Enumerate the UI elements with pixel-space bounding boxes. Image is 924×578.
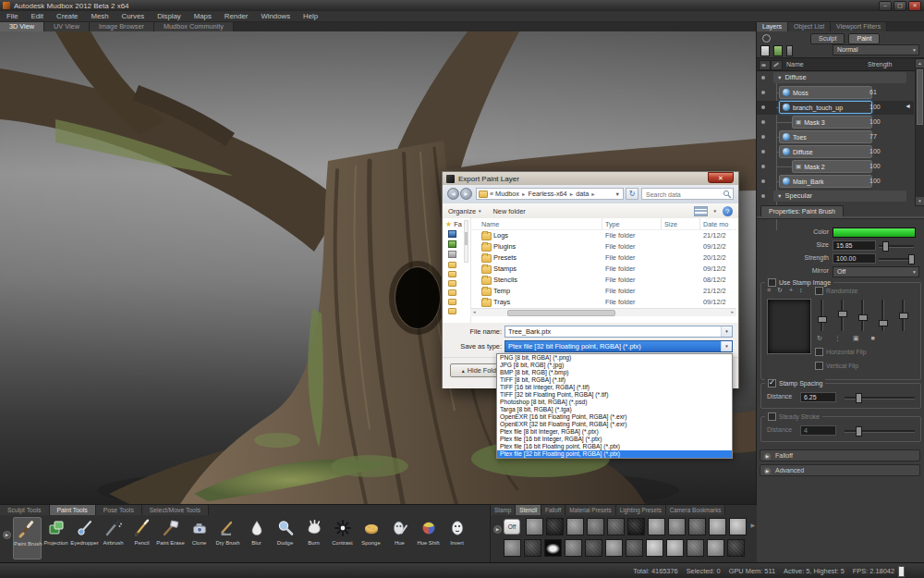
breadcrumb-crumb-data[interactable]: data (576, 190, 589, 198)
menu-windows[interactable]: Windows (254, 11, 297, 21)
stencil-thumb[interactable] (668, 518, 686, 535)
tool-sponge[interactable]: Sponge (357, 517, 385, 560)
steady-distance-input[interactable]: 4 (800, 425, 836, 436)
save-as-type-select[interactable]: Ptex file [32 bit Floating point, RGBA] … (505, 340, 733, 352)
layer-group[interactable]: ▼Diffuse (773, 72, 906, 83)
visibility-dot[interactable] (761, 135, 765, 139)
tool-paint-erase[interactable]: Paint Erase (156, 517, 185, 560)
tool-tab-sculpt-tools[interactable]: Sculpt Tools (0, 505, 50, 515)
sidebar-folder-icon[interactable] (448, 271, 456, 277)
tool-tab-pose-tools[interactable]: Pose Tools (96, 505, 142, 515)
sidebar-folder-icon[interactable] (448, 289, 456, 296)
type-option-4[interactable]: TIFF [16 bit Integer, RGBA] (*.tif) (497, 384, 732, 391)
size-slider[interactable] (879, 245, 914, 248)
libraries-icon[interactable] (448, 240, 456, 248)
tool-projection[interactable]: Projection (42, 517, 70, 560)
column-header-name[interactable]: Name (481, 220, 499, 228)
horizontal-scrollbar[interactable]: ◄ ► (470, 308, 736, 316)
stencil-thumb[interactable] (687, 539, 704, 557)
panel-tab-object-list[interactable]: Object List (788, 21, 831, 31)
dialog-close-button[interactable]: ✕ (708, 172, 734, 183)
stencil-thumb[interactable] (524, 539, 541, 557)
new-group-icon[interactable] (773, 45, 783, 56)
dots-icon[interactable]: ⋮ (834, 335, 841, 342)
visibility-dot[interactable] (761, 165, 765, 168)
paintable-column-icon[interactable] (771, 60, 783, 70)
randomize-checkbox[interactable] (815, 287, 823, 295)
layer-row[interactable]: Diffuse100 (757, 145, 914, 159)
column-header-size[interactable]: Size (664, 220, 677, 228)
layer-record-icon[interactable] (762, 34, 771, 43)
stencil-thumb[interactable] (646, 539, 663, 557)
minimize-button[interactable]: – (879, 1, 892, 11)
sidebar-folder-icon[interactable] (448, 280, 456, 287)
group-arrow-icon[interactable]: ▼ (777, 75, 782, 80)
layer-row[interactable]: Main_Bark100 (757, 175, 914, 189)
layer-pill-mask-2[interactable]: ▣Mask 2 (792, 160, 872, 173)
preset-tab-falloff[interactable]: Falloff (541, 505, 565, 515)
file-row-presets[interactable]: PresetsFile folder20/12/2 (470, 252, 736, 263)
slider-knob[interactable] (856, 426, 862, 437)
close-button[interactable]: ✕ (908, 1, 921, 11)
type-option-3[interactable]: TIFF [8 bit, RGBA] (*.tif) (497, 376, 732, 384)
stencil-thumb[interactable] (566, 518, 584, 535)
chevron-down-icon[interactable]: ▼ (713, 209, 717, 214)
view-tab-image-browser[interactable]: Image Browser (90, 21, 154, 31)
rotate-icon[interactable]: ↻ (777, 287, 783, 294)
layer-row[interactable]: Moss61 (757, 86, 914, 100)
forward-button[interactable]: ► (460, 188, 472, 200)
randomize-row[interactable]: Randomize (815, 287, 857, 295)
breadcrumb[interactable]: «Mudbox►Fearless-x64►data► ▼ (476, 188, 624, 200)
size-input[interactable]: 15.85 (833, 240, 876, 251)
preset-tab-material-presets[interactable]: Material Presets (565, 505, 616, 515)
type-option-13[interactable]: Ptex file [32 bit Floating point, RGBA] … (497, 450, 732, 458)
slider-knob[interactable] (856, 393, 862, 403)
visibility-dot[interactable] (761, 194, 765, 198)
group-arrow-icon[interactable]: ▼ (777, 193, 782, 199)
mirror-select[interactable]: Off ▼ (833, 266, 919, 277)
color-swatch[interactable] (833, 228, 916, 238)
preset-tab-lighting-presets[interactable]: Lighting Presets (616, 505, 666, 515)
stencil-thumb[interactable] (585, 539, 602, 557)
stamp-slider-4[interactable] (881, 300, 884, 331)
menu-render[interactable]: Render (218, 11, 255, 21)
menu-curves[interactable]: Curves (116, 11, 152, 21)
type-option-8[interactable]: OpenEXR [16 bit Floating Point, RGBA] (*… (497, 413, 732, 421)
tool-clone[interactable]: Clone (185, 517, 213, 560)
layers-scrollbar[interactable]: ▲ ▼ (915, 58, 924, 206)
views-icon[interactable] (694, 206, 708, 216)
scroll-up-icon[interactable]: ▲ (916, 59, 924, 68)
tool-pencil[interactable]: Pencil (128, 517, 156, 560)
sidebar-folder-icon[interactable] (448, 299, 456, 305)
delete-layer-icon[interactable] (786, 45, 793, 56)
stamp-preview[interactable] (767, 299, 811, 354)
square-icon[interactable]: ■ (871, 335, 875, 342)
menu-help[interactable]: Help (297, 11, 324, 21)
layer-row[interactable]: branch_touch_up100◄ (757, 101, 914, 115)
grid-icon[interactable]: ▣ (853, 335, 859, 342)
blend-mode-select[interactable]: Normal ▼ (833, 44, 919, 55)
tool-dry-brush[interactable]: Dry Brush (213, 517, 242, 560)
scale-icon[interactable]: ↕ (799, 287, 803, 294)
tool-airbrush[interactable]: Airbrush (99, 517, 128, 560)
stencil-thumb[interactable] (727, 539, 745, 557)
menu-file[interactable]: File (0, 11, 25, 21)
file-row-trays[interactable]: TraysFile folder09/12/2 (470, 296, 736, 307)
search-box[interactable] (641, 188, 734, 200)
menu-create[interactable]: Create (50, 11, 84, 21)
menu-mesh[interactable]: Mesh (84, 11, 115, 21)
scrollbar-thumb[interactable] (507, 310, 615, 316)
tool-eyedropper[interactable]: Eyedropper (70, 517, 99, 560)
steady-stroke-slider[interactable] (845, 430, 915, 433)
file-row-stamps[interactable]: StampsFile folder09/12/2 (470, 263, 736, 274)
stamp-spacing-checkbox[interactable] (768, 379, 776, 387)
computer-icon[interactable] (448, 230, 456, 238)
stencil-thumb[interactable] (504, 539, 521, 557)
type-option-12[interactable]: Ptex file [16 bit Floating point, RGBA] … (497, 443, 732, 450)
panel-tab-viewport-filters[interactable]: Viewport Filters (831, 21, 887, 31)
chevron-down-icon[interactable]: ▼ (615, 191, 623, 197)
stencil-thumb[interactable] (526, 518, 543, 535)
layer-pill-branch-touch-up[interactable]: branch_touch_up (779, 101, 872, 114)
layer-row[interactable]: ▣Mask 2100 (757, 160, 914, 174)
column-header-type[interactable]: Type (605, 220, 620, 228)
